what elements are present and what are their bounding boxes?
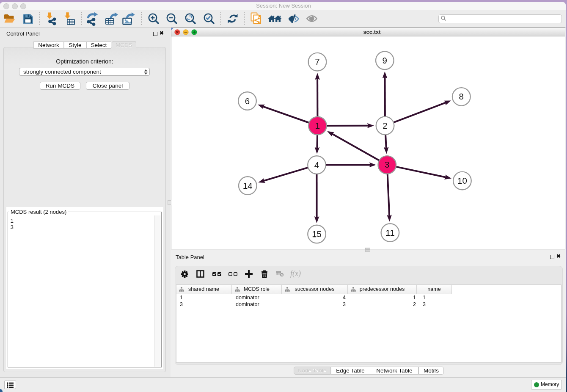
svg-text:6: 6 (245, 96, 250, 106)
svg-text:3: 3 (385, 160, 389, 169)
svg-text:2: 2 (383, 121, 387, 130)
svg-text:11: 11 (385, 228, 394, 237)
svg-text:15: 15 (312, 229, 322, 239)
svg-text:8: 8 (459, 91, 464, 101)
svg-text:7: 7 (315, 57, 319, 66)
svg-text:4: 4 (314, 160, 319, 170)
svg-text:1: 1 (315, 121, 320, 130)
svg-text:9: 9 (383, 55, 387, 65)
svg-text:10: 10 (457, 176, 467, 185)
svg-text:14: 14 (243, 181, 253, 190)
